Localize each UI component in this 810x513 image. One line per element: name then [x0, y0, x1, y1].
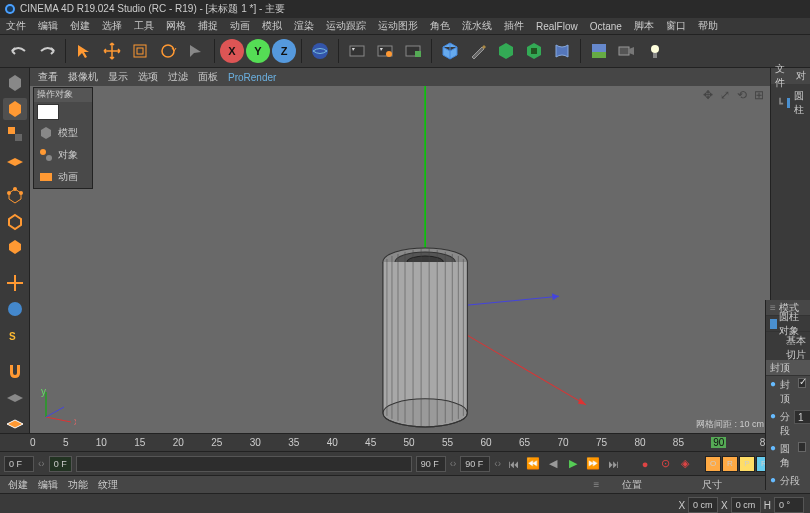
vp-camera[interactable]: 摄像机 [68, 70, 98, 84]
prev-key[interactable]: ⏪ [525, 456, 541, 472]
autokey[interactable]: ⊙ [657, 456, 673, 472]
deformer-tool[interactable] [549, 38, 575, 64]
tl-current-field[interactable]: 0 F [49, 456, 72, 472]
palette-swatch[interactable] [34, 102, 92, 122]
polygons-mode[interactable] [3, 236, 27, 259]
record-key[interactable]: ● [637, 456, 653, 472]
tweak-mode[interactable] [3, 298, 27, 321]
axis-x-toggle[interactable]: X [220, 39, 244, 63]
next-key[interactable]: ⏩ [585, 456, 601, 472]
redo-button[interactable] [34, 38, 60, 64]
nurbs-tool[interactable] [493, 38, 519, 64]
axis-y-toggle[interactable]: Y [246, 39, 270, 63]
vp-maximize-icon[interactable]: ⊞ [752, 88, 766, 102]
magnet-tool[interactable] [3, 359, 27, 382]
select-tool[interactable] [71, 38, 97, 64]
tl-end-field[interactable]: 90 F [460, 456, 490, 472]
menu-mograph[interactable]: 运动图形 [378, 19, 418, 33]
menu-character[interactable]: 角色 [430, 19, 450, 33]
goto-start[interactable]: ⏮ [505, 456, 521, 472]
play-forward[interactable]: ▶ [565, 456, 581, 472]
timeline-track[interactable] [76, 456, 412, 472]
goto-end[interactable]: ⏭ [605, 456, 621, 472]
btab-create[interactable]: 创建 [8, 478, 28, 492]
palette-model[interactable]: 模型 [34, 122, 92, 144]
model-mode[interactable] [3, 98, 27, 121]
coord-h-rot[interactable]: 0 ° [774, 497, 804, 513]
environment-tool[interactable] [586, 38, 612, 64]
points-mode[interactable] [3, 185, 27, 208]
menu-tools[interactable]: 工具 [134, 19, 154, 33]
menu-edit[interactable]: 编辑 [38, 19, 58, 33]
viewport-3d[interactable]: ✥ ⤢ ⟲ ⊞ [30, 86, 770, 433]
coord-system[interactable] [307, 38, 333, 64]
menu-create[interactable]: 创建 [70, 19, 90, 33]
play-back[interactable]: ◀ [545, 456, 561, 472]
last-tool[interactable] [183, 38, 209, 64]
kf-pos[interactable]: O [705, 456, 721, 472]
render-settings[interactable] [400, 38, 426, 64]
make-editable[interactable] [3, 72, 27, 95]
generator-tool[interactable] [521, 38, 547, 64]
timeline-ruler[interactable]: 051015202530354045505560657075808590 86 … [0, 433, 810, 451]
attr-seal-header[interactable]: 封顶 [766, 360, 810, 376]
kf-rot[interactable]: R [722, 456, 738, 472]
menu-octane[interactable]: Octane [590, 21, 622, 32]
vp-rotate-icon[interactable]: ⟲ [735, 88, 749, 102]
menu-animate[interactable]: 动画 [230, 19, 250, 33]
vp-move-icon[interactable]: ✥ [701, 88, 715, 102]
menu-pipeline[interactable]: 流水线 [462, 19, 492, 33]
coord-x-size[interactable]: 0 cm [731, 497, 761, 513]
planar-workplane[interactable] [3, 411, 27, 434]
snap-toggle[interactable]: S [3, 323, 27, 346]
btab-texture[interactable]: 纹理 [98, 478, 118, 492]
menu-help[interactable]: 帮助 [698, 19, 718, 33]
object-item-cylinder[interactable]: ┗ 圆柱 [775, 88, 806, 118]
primitive-cube[interactable] [437, 38, 463, 64]
tl-mid-field[interactable]: 90 F [416, 456, 446, 472]
vp-filter[interactable]: 过滤 [168, 70, 188, 84]
render-view[interactable] [344, 38, 370, 64]
menu-snap[interactable]: 捕捉 [198, 19, 218, 33]
camera-tool[interactable] [614, 38, 640, 64]
rotate-tool[interactable] [155, 38, 181, 64]
light-tool[interactable] [642, 38, 668, 64]
scale-tool[interactable] [127, 38, 153, 64]
menu-simulate[interactable]: 模拟 [262, 19, 282, 33]
primitive-pen[interactable] [465, 38, 491, 64]
coord-x-pos[interactable]: 0 cm [688, 497, 718, 513]
menu-realflow[interactable]: RealFlow [536, 21, 578, 32]
menu-window[interactable]: 窗口 [666, 19, 686, 33]
attr-tab-slice[interactable]: 切片 [766, 346, 810, 360]
segments-field[interactable]: 1 [794, 410, 810, 424]
vp-zoom-icon[interactable]: ⤢ [718, 88, 732, 102]
btab-function[interactable]: 功能 [68, 478, 88, 492]
edges-mode[interactable] [3, 210, 27, 233]
tl-start-field[interactable]: 0 F [4, 456, 34, 472]
seal-checkbox[interactable] [798, 378, 806, 388]
vp-options[interactable]: 选项 [138, 70, 158, 84]
menu-file[interactable]: 文件 [6, 19, 26, 33]
vp-panel[interactable]: 面板 [198, 70, 218, 84]
om-objects[interactable]: 对 [796, 69, 806, 83]
move-tool[interactable] [99, 38, 125, 64]
workplane-mode[interactable] [3, 149, 27, 172]
palette-header[interactable]: 操作对象 [34, 88, 92, 102]
palette-object[interactable]: 对象 [34, 144, 92, 166]
vp-display[interactable]: 显示 [108, 70, 128, 84]
menu-select[interactable]: 选择 [102, 19, 122, 33]
locked-workplane[interactable] [3, 385, 27, 408]
fillet-checkbox[interactable] [798, 442, 806, 452]
axis-mode[interactable] [3, 272, 27, 295]
kf-psr[interactable]: P [739, 456, 755, 472]
btab-edit[interactable]: 编辑 [38, 478, 58, 492]
undo-button[interactable] [6, 38, 32, 64]
texture-mode[interactable] [3, 123, 27, 146]
vp-prorender[interactable]: ProRender [228, 72, 276, 83]
render-region[interactable] [372, 38, 398, 64]
menu-mesh[interactable]: 网格 [166, 19, 186, 33]
menu-script[interactable]: 脚本 [634, 19, 654, 33]
palette-anim[interactable]: 动画 [34, 166, 92, 188]
axis-z-toggle[interactable]: Z [272, 39, 296, 63]
keyframe-sel[interactable]: ◈ [677, 456, 693, 472]
